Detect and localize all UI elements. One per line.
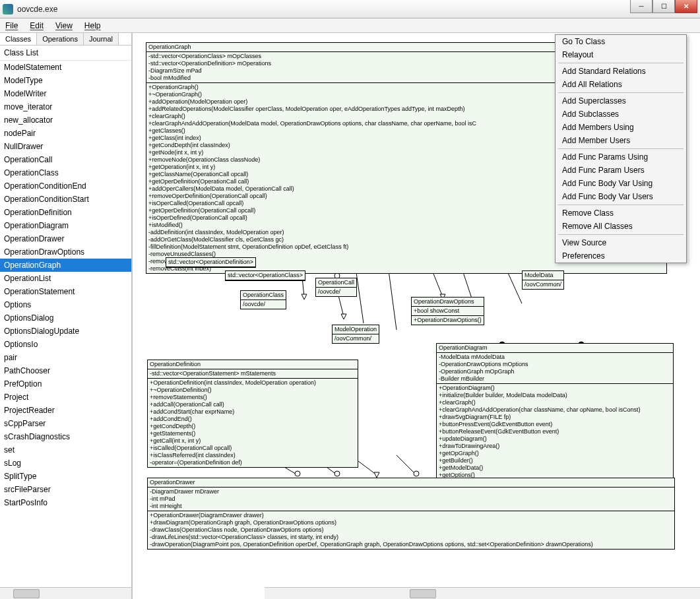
menu-edit[interactable]: Edit [30,21,44,30]
list-item[interactable]: sLog [0,457,131,470]
sidebar: Classes Operations Journal Class List Mo… [0,33,132,599]
list-item[interactable]: SplitType [0,470,131,483]
uml-modeldata[interactable]: ModelData/oovCommon/ [522,270,564,290]
context-menu-item[interactable]: Remove Class [556,206,686,220]
list-item[interactable]: Options [0,298,131,311]
context-menu-item[interactable]: Relayout [556,48,686,61]
window-title: oovcde.exe [17,5,57,14]
list-item[interactable]: OperationList [0,272,131,285]
list-item[interactable]: new_allocator [0,113,131,127]
list-item[interactable]: PrefOption [0,377,131,391]
list-item[interactable]: OptionsDialogUpdate [0,325,131,338]
context-menu-item[interactable]: Add Standard Relations [556,65,686,78]
separator [558,148,684,149]
list-item[interactable]: OptionsDialog [0,311,131,325]
tab-journal[interactable]: Journal [84,33,119,45]
context-menu-item[interactable]: Add Func Body Var Using [556,177,686,190]
context-menu-item[interactable]: Add Superclasses [556,94,686,108]
list-item[interactable]: OptionsIo [0,338,131,351]
list-item[interactable]: ProjectReader [0,404,131,417]
context-menu-item[interactable]: Go To Class [556,35,686,48]
svg-point-25 [334,471,340,476]
context-menu-item[interactable]: Remove All Classes [556,220,686,233]
list-item[interactable]: sCrashDiagnostics [0,430,131,443]
context-menu-item[interactable]: Add Member Users [556,134,686,147]
uml-vec-opclass[interactable]: std::vector<OperationClass> [225,270,305,281]
uml-operationclass[interactable]: OperationClass/oovcde/ [240,290,286,309]
list-item[interactable]: ModelStatement [0,61,131,74]
list-item[interactable]: OperationDefinition [0,206,131,219]
context-menu[interactable]: Go To ClassRelayoutAdd Standard Relation… [555,34,687,263]
uml-operationdrawer[interactable]: OperationDrawer -DiagramDrawer mDrawer-i… [147,478,675,550]
canvas-hscroll[interactable] [265,587,700,599]
separator [558,205,684,205]
title-bar: oovcde.exe [0,0,700,18]
sidebar-hscroll[interactable] [0,587,131,599]
list-item[interactable]: OperationDrawOptions [0,245,131,259]
menu-file[interactable]: File [5,21,18,30]
menu-help[interactable]: Help [84,21,101,30]
menu-bar: File Edit View Help [0,18,700,33]
uml-drawoptions[interactable]: OperationDrawOptions+bool showConst+Oper… [411,297,484,325]
context-menu-item[interactable]: Add Members Using [556,121,686,134]
menu-view[interactable]: View [55,21,73,30]
list-item[interactable]: PathChooser [0,364,131,377]
svg-marker-27 [374,472,379,478]
context-menu-item[interactable]: Add Func Body Var Users [556,190,686,203]
list-item[interactable]: OperationConditionStart [0,193,131,206]
list-item[interactable]: ModelType [0,74,131,87]
list-item[interactable]: OperationDrawer [0,232,131,245]
svg-line-28 [397,455,416,475]
svg-point-29 [414,471,419,476]
svg-marker-5 [302,294,307,300]
separator [558,63,684,63]
uml-modeloperation[interactable]: ModelOperation/oovCommon/ [332,325,379,344]
uml-operationcall[interactable]: OperationCall/oovcde/ [315,278,357,297]
svg-marker-39 [341,314,346,319]
context-menu-item[interactable]: View Source [556,236,686,249]
list-item[interactable]: Project [0,391,131,404]
uml-operationdiagram[interactable]: OperationDiagram -ModelData mModelData-O… [436,343,674,480]
uml-operationdefinition[interactable]: OperationDefinition -std::vector<Operati… [147,360,358,468]
list-item[interactable]: OperationConditionEnd [0,179,131,193]
list-item[interactable]: pair [0,351,131,364]
app-icon [3,4,13,15]
tab-operations[interactable]: Operations [37,33,84,45]
list-item[interactable]: nodePair [0,127,131,140]
context-menu-item[interactable]: Add All Relations [556,78,686,91]
list-item[interactable]: ModelWriter [0,87,131,100]
context-menu-item[interactable]: Add Subclasses [556,108,686,121]
list-item[interactable]: set [0,443,131,457]
list-item[interactable]: OperationDiagram [0,219,131,232]
context-menu-item[interactable]: Add Func Param Users [556,164,686,177]
svg-point-23 [295,471,300,476]
list-item[interactable]: OperationGraph [0,259,131,272]
minimize-button[interactable] [630,0,652,13]
context-menu-item[interactable]: Add Func Params Using [556,150,686,164]
list-item[interactable]: NullDrawer [0,140,131,153]
list-item[interactable]: move_iterator [0,100,131,113]
tab-classes[interactable]: Classes [0,33,37,45]
list-item[interactable]: StartPosInfo [0,496,131,509]
list-item[interactable]: OperationClass [0,166,131,179]
class-list[interactable]: ModelStatementModelTypeModelWritermove_i… [0,61,131,587]
list-item[interactable]: OperationCall [0,153,131,166]
separator [558,234,684,235]
context-menu-item[interactable]: Preferences [556,249,686,263]
separator [558,92,684,93]
list-item[interactable]: sCppParser [0,417,131,430]
class-list-header: Class List [0,46,131,61]
maximize-button[interactable] [652,0,675,13]
close-button[interactable] [675,0,697,13]
uml-vec-opdef[interactable]: std::vector<OperationDefinition> [166,257,256,268]
list-item[interactable]: OperationStatement [0,285,131,298]
list-item[interactable]: srcFileParser [0,483,131,496]
